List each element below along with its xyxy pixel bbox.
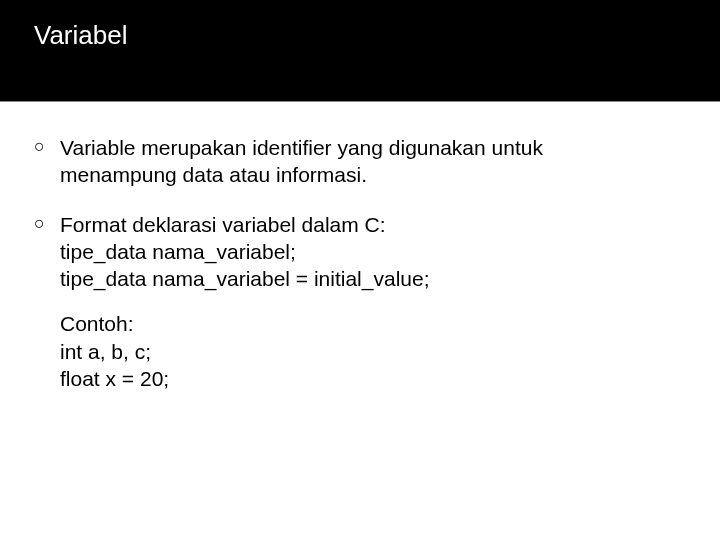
bullet-body: Format deklarasi variabel dalam C: tipe_… — [60, 211, 666, 393]
bullet-text-line: Variable merupakan identifier yang digun… — [60, 134, 666, 161]
bullet-text-line: tipe_data nama_variabel; — [60, 238, 666, 265]
bullet-item: ○ Variable merupakan identifier yang dig… — [54, 134, 666, 189]
bullet-marker-icon: ○ — [34, 211, 60, 393]
bullet-item: ○ Format deklarasi variabel dalam C: tip… — [54, 211, 666, 393]
slide-content: ○ Variable merupakan identifier yang dig… — [0, 102, 720, 392]
bullet-marker-icon: ○ — [34, 134, 60, 189]
example-line: float x = 20; — [60, 365, 666, 392]
example-block: Contoh: int a, b, c; float x = 20; — [60, 310, 666, 392]
example-label: Contoh: — [60, 310, 666, 337]
slide-title: Variabel — [34, 20, 720, 51]
bullet-text-line: tipe_data nama_variabel = initial_value; — [60, 265, 666, 292]
bullet-text-line: menampung data atau informasi. — [60, 161, 666, 188]
example-line: int a, b, c; — [60, 338, 666, 365]
bullet-body: Variable merupakan identifier yang digun… — [60, 134, 666, 189]
slide-header: Variabel — [0, 0, 720, 102]
bullet-text-line: Format deklarasi variabel dalam C: — [60, 211, 666, 238]
